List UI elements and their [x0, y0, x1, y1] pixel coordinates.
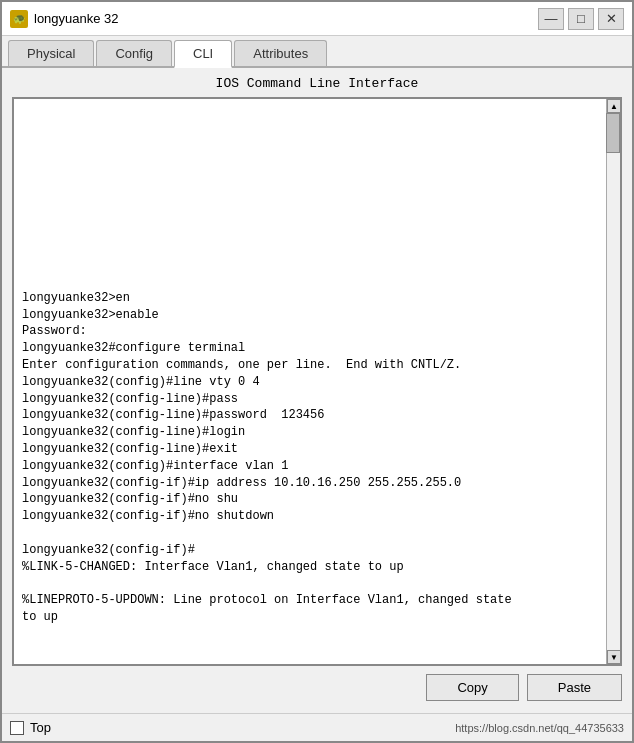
scrollbar-thumb[interactable] [606, 113, 620, 153]
maximize-button[interactable]: □ [568, 8, 594, 30]
footer-bar: Top https://blog.csdn.net/qq_44735633 [2, 713, 632, 741]
top-checkbox[interactable] [10, 721, 24, 735]
tab-config[interactable]: Config [96, 40, 172, 66]
cli-section-title: IOS Command Line Interface [12, 76, 622, 91]
terminal-container[interactable]: longyuanke32>en longyuanke32>enable Pass… [12, 97, 622, 666]
top-checkbox-label: Top [30, 720, 51, 735]
content-area: IOS Command Line Interface longyuanke32>… [2, 68, 632, 713]
tab-physical[interactable]: Physical [8, 40, 94, 66]
scrollbar-arrow-up[interactable]: ▲ [607, 99, 621, 113]
title-bar: 🐢 longyuanke 32 — □ ✕ [2, 2, 632, 36]
copy-button[interactable]: Copy [426, 674, 518, 701]
tab-attributes[interactable]: Attributes [234, 40, 327, 66]
minimize-button[interactable]: — [538, 8, 564, 30]
tab-cli[interactable]: CLI [174, 40, 232, 68]
button-bar: Copy Paste [12, 666, 622, 705]
terminal-text: longyuanke32>en longyuanke32>enable Pass… [14, 99, 608, 632]
tab-bar: Physical Config CLI Attributes [2, 36, 632, 68]
footer-url: https://blog.csdn.net/qq_44735633 [455, 722, 624, 734]
window-title: longyuanke 32 [34, 11, 538, 26]
terminal-scroll[interactable]: longyuanke32>en longyuanke32>enable Pass… [14, 99, 608, 664]
window-controls: — □ ✕ [538, 8, 624, 30]
close-button[interactable]: ✕ [598, 8, 624, 30]
scrollbar-track[interactable]: ▲ ▼ [606, 99, 620, 664]
paste-button[interactable]: Paste [527, 674, 622, 701]
scrollbar-arrow-down[interactable]: ▼ [607, 650, 621, 664]
app-icon: 🐢 [10, 10, 28, 28]
main-window: 🐢 longyuanke 32 — □ ✕ Physical Config CL… [0, 0, 634, 743]
